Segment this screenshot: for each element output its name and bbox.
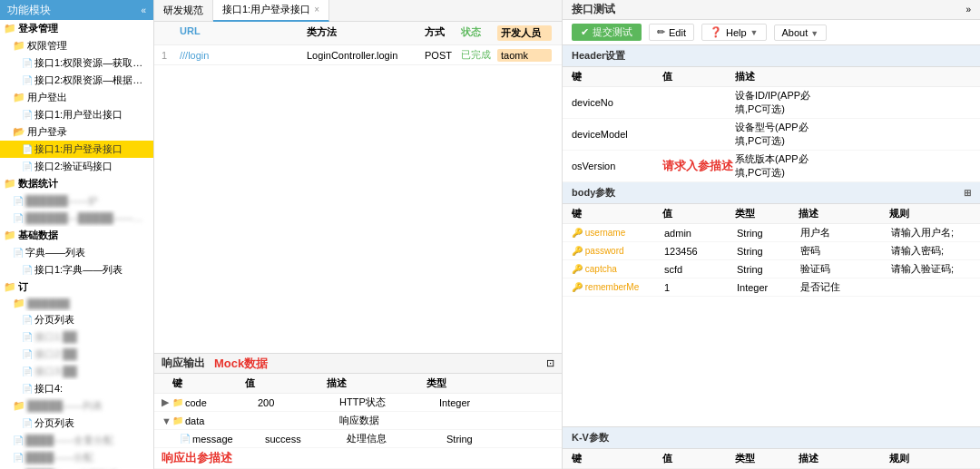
folder-icon: 📂	[13, 126, 25, 138]
body-type-password: String	[737, 246, 800, 257]
sidebar-item-page-list1[interactable]: 📄分页列表	[0, 311, 153, 328]
help-icon: ❓	[710, 26, 722, 38]
sidebar-item-label: ██████—█████——寄出	[25, 211, 150, 225]
body-rule-captcha: 请输入验证码;	[891, 262, 971, 276]
sidebar-item-ding4[interactable]: 📄████——分配	[0, 449, 153, 466]
resp-row-message[interactable]: 📄 message success 处理信息 String	[154, 430, 562, 448]
sidebar-item-ding1[interactable]: 📁██████	[0, 296, 153, 311]
about-button-label: About	[782, 27, 808, 38]
row-num: 1	[162, 50, 180, 61]
sidebar-item-data-stat[interactable]: 📁数据统计	[0, 175, 153, 192]
about-chevron-icon: ▼	[810, 29, 818, 38]
test-button[interactable]: ✔ 提交测试	[572, 24, 642, 41]
col-url-header: URL	[180, 25, 307, 41]
sidebar-item-user-logout[interactable]: 📁用户登出	[0, 89, 153, 106]
sidebar-item-dict-list[interactable]: 📄字典——列表	[0, 244, 153, 261]
sidebar-item-api-captcha[interactable]: 📄接口2:验证码接口	[0, 158, 153, 175]
body-expand-icon[interactable]: ⊞	[964, 188, 971, 198]
chevron-down-icon: ▼	[750, 28, 759, 37]
body-type-rememberme: Integer	[737, 282, 800, 293]
edit-button[interactable]: ✏ Edit	[649, 24, 694, 41]
sidebar-item-ding3[interactable]: 📄████——全量分配	[0, 432, 153, 449]
file-icon: 📄	[13, 196, 24, 206]
body-row-captcha[interactable]: 🔑 captcha scfd String 验证码 请输入验证码;	[563, 260, 980, 278]
sidebar-item-quanxian-mgmt[interactable]: 📁权限管理	[0, 37, 153, 54]
sidebar-item-stat1[interactable]: 📄██████——炉	[0, 192, 153, 210]
sidebar-item-api1-quanxian1[interactable]: 📄接口1:权限资源—获取菜单资源	[0, 54, 153, 72]
body-row-rememberme[interactable]: 🔑 rememberMe 1 Integer 是否记住	[563, 278, 980, 297]
resp-type-message: String	[446, 434, 501, 445]
body-row-username[interactable]: 🔑 username admin String 用户名 请输入用户名;	[563, 224, 980, 242]
folder-icon: 📁	[4, 230, 16, 241]
row-type: POST	[425, 50, 461, 61]
sidebar-item-api2-quanxian2[interactable]: 📄接口2:权限资源—根据菜单ID,获...	[0, 72, 153, 89]
header-row-osversion[interactable]: osVersion 请求入参描述 系统版本(APP必填,PC可选)	[563, 151, 980, 182]
sidebar-item-page-list2[interactable]: 📄分页列表	[0, 415, 153, 432]
tab-close-icon[interactable]: ×	[314, 5, 319, 15]
about-button[interactable]: About ▼	[774, 24, 828, 41]
resp-col-val-header: 值	[245, 376, 327, 390]
body-type-username: String	[737, 228, 800, 239]
folder-icon: 📁	[4, 23, 16, 34]
sidebar-item-ding2[interactable]: 📁█████——列表	[0, 397, 153, 415]
tab-research[interactable]: 研发规范	[154, 0, 213, 22]
row-url: ///login	[180, 50, 307, 61]
file-icon: 📄	[22, 161, 33, 171]
response-table-header: 键 值 描述 类型	[154, 374, 562, 394]
tab-research-label: 研发规范	[163, 4, 203, 17]
sidebar-item-user-login[interactable]: 📂用户登录	[0, 123, 153, 141]
sidebar-item-label: 接口3:██	[34, 365, 77, 378]
resp-row-data[interactable]: ▼ 📁 data 响应数据	[154, 412, 562, 430]
sidebar-item-label: 登录管理	[18, 22, 58, 35]
sidebar-item-api-ding4[interactable]: 📄接口4:	[0, 380, 153, 397]
expand-icon[interactable]: ▶	[162, 396, 172, 408]
sidebar-item-denglu-mgmt[interactable]: 📁登录管理	[0, 20, 153, 37]
table-row[interactable]: 1 ///login LoginController.login POST 已完…	[154, 45, 562, 65]
param-icon-password: 🔑 password	[572, 246, 662, 256]
header-row-devicemodel[interactable]: deviceModel 设备型号(APP必填,PC可选)	[563, 119, 980, 151]
resp-row-code[interactable]: ▶ 📁 code 200 HTTP状态 Integer	[154, 394, 562, 412]
body-desc-password: 密码	[800, 244, 891, 258]
resp-desc-code: HTTP状态	[339, 396, 439, 409]
body-col-key: 键	[572, 207, 662, 220]
body-val-password: 123456	[664, 246, 737, 257]
kv-section: K-V参数 键 值 类型 描述 规则	[563, 426, 980, 469]
help-button-label: Help	[726, 27, 747, 38]
right-panel-collapse-icon[interactable]: »	[965, 5, 971, 15]
help-button[interactable]: ❓ Help ▼	[701, 24, 767, 41]
body-row-password[interactable]: 🔑 password 123456 String 密码 请输入密码;	[563, 242, 980, 260]
kv-col-rule: 规则	[889, 452, 971, 465]
request-annotation: 请求入参描述	[662, 159, 733, 172]
body-section-label: body参数	[572, 186, 615, 200]
body-col-desc: 描述	[799, 207, 889, 220]
header-col-key: 键	[572, 70, 662, 83]
file-icon: 📄	[22, 110, 33, 120]
header-desc-devicemodel: 设备型号(APP必填,PC可选)	[735, 121, 826, 148]
tab-current[interactable]: 接口1:用户登录接口 ×	[213, 0, 329, 22]
row-dev: taomk	[497, 49, 552, 62]
sidebar-item-label: 字典——列表	[25, 246, 85, 259]
header-row-deviceno[interactable]: deviceNo 设备ID/IP(APP必填,PC可选)	[563, 87, 980, 119]
sidebar-item-ding[interactable]: 📁订	[0, 278, 153, 296]
resp-val-code: 200	[258, 397, 339, 408]
sidebar-item-stat2[interactable]: 📄██████—█████——寄出	[0, 210, 153, 227]
sidebar-item-api-user-login[interactable]: 📄接口1:用户登录接口	[0, 141, 153, 158]
right-scrollable: Header设置 键 值 描述 deviceNo 设备ID/IP(APP必填,P…	[563, 45, 980, 469]
sidebar-item-label: 用户登录	[27, 125, 67, 139]
col-type-header: 方式	[425, 25, 461, 41]
sidebar-item-base-data[interactable]: 📁基础数据	[0, 227, 153, 244]
col-method-header: 类方法	[307, 25, 425, 41]
sidebar-item-api-ding1[interactable]: 📄接口1:██	[0, 328, 153, 346]
response-expand-icon[interactable]: ⊡	[546, 357, 554, 369]
sidebar-item-api-dict-list[interactable]: 📄接口1:字典——列表	[0, 261, 153, 278]
expand-icon-data[interactable]: ▼	[162, 415, 172, 426]
sidebar-tree: 📁登录管理📁权限管理📄接口1:权限资源—获取菜单资源📄接口2:权限资源—根据菜单…	[0, 20, 153, 469]
col-dev-header: 开发人员	[497, 25, 552, 41]
sidebar-collapse-icon[interactable]: «	[141, 5, 146, 15]
sidebar-item-label: 权限管理	[27, 39, 67, 53]
header-key-devicemodel: deviceModel	[572, 129, 662, 140]
sidebar-item-api-ding2[interactable]: 📄接口2:██	[0, 346, 153, 363]
sidebar-item-api-ding3[interactable]: 📄接口3:██	[0, 363, 153, 380]
sidebar: 功能模块 « 📁登录管理📁权限管理📄接口1:权限资源—获取菜单资源📄接口2:权限…	[0, 0, 154, 469]
sidebar-item-api-user-logout[interactable]: 📄接口1:用户登出接口	[0, 106, 153, 123]
